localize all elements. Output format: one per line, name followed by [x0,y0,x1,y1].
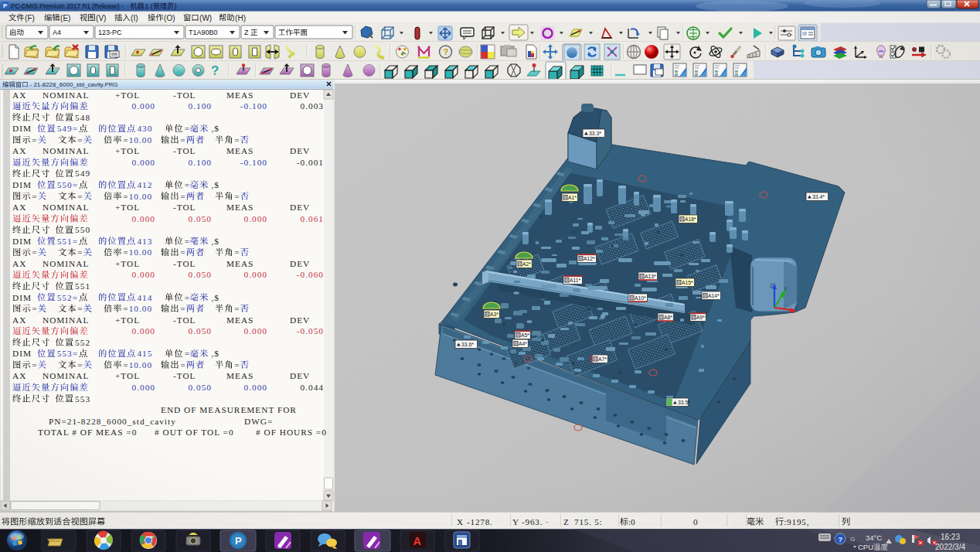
svg-text:=: = [185,349,190,358]
svg-text:A5*: A5* [521,332,529,338]
svg-text:10.00: 10.00 [129,360,152,370]
svg-text:-TOL: -TOL [173,90,196,100]
svg-text:A15*: A15* [682,280,693,285]
svg-text:33.4*: 33.4* [812,194,825,199]
svg-text:33.5*: 33.5* [678,400,690,405]
svg-text:MEAS: MEAS [226,371,254,380]
svg-text:DIM: DIM [12,293,32,302]
svg-text:430: 430 [137,124,152,133]
svg-text:553=: 553= [57,349,78,358]
svg-text:DEV: DEV [290,315,310,325]
svg-text:DIM: DIM [12,237,32,246]
svg-text:553: 553 [75,394,90,404]
svg-text:MEAS: MEAS [226,315,254,325]
svg-text:-TOL: -TOL [173,315,196,325]
svg-text:=: = [234,360,240,370]
svg-text:=: = [123,135,128,145]
svg-text:0.000: 0.000 [244,383,267,392]
svg-text:AX: AX [12,146,26,155]
svg-text:AX: AX [12,315,26,325]
svg-text:1 (: 1 ( [145,2,153,10]
svg-text:=: = [123,192,128,201]
svg-text:,$: ,$ [211,180,219,189]
svg-text:DWG=: DWG= [244,417,273,426]
svg-text:-TOL: -TOL [173,203,196,212]
svg-text:A9*: A9* [696,315,705,320]
svg-text:NOMINAL: NOMINAL [43,90,89,100]
svg-text:(V): (V) [96,14,106,22]
svg-text:AX: AX [12,259,26,268]
svg-text:NOMINAL: NOMINAL [43,146,89,155]
svg-text:TOTAL # OF MEAS =0: TOTAL # OF MEAS =0 [38,428,137,437]
svg-text:0.050: 0.050 [189,270,212,279]
svg-text:551=: 551= [57,237,78,246]
svg-text:Y: Y [784,286,788,291]
svg-text:PN=21-8228_6000_std_cavity: PN=21-8228_6000_std_cavity [49,417,176,426]
svg-text:A: A [413,535,422,547]
svg-text:=: = [32,247,37,257]
svg-text:551: 551 [75,281,90,291]
svg-text:A12*: A12* [584,256,595,261]
svg-text:0.000: 0.000 [132,326,155,336]
svg-text:A14*: A14* [708,293,720,298]
svg-text::0: :0 [628,517,635,526]
svg-text:# OF HOURS =0: # OF HOURS =0 [256,428,327,437]
svg-text:10.00: 10.00 [129,304,152,313]
svg-text:549=: 549= [57,124,78,133]
svg-text:DEV: DEV [290,146,310,155]
svg-text:A10*: A10* [635,295,646,301]
svg-text:548: 548 [75,113,90,122]
svg-text:A8*: A8* [664,315,672,320]
svg-text:,$: ,$ [211,293,219,302]
svg-text:-0.060: -0.060 [297,270,324,279]
svg-text:0.100: 0.100 [189,101,212,111]
svg-text:(W): (W) [199,14,212,22]
svg-text:=: = [32,304,37,313]
svg-text:=: = [77,135,83,145]
svg-text:(O): (O) [164,14,175,22]
svg-text:-0.050: -0.050 [297,326,324,336]
svg-text:=: = [123,304,128,313]
svg-text:MEAS: MEAS [226,90,254,100]
svg-text:=: = [234,247,240,257]
svg-text:0.000: 0.000 [132,270,155,279]
svg-text:549: 549 [75,169,90,178]
svg-text:=: = [234,135,240,145]
svg-text:A18*: A18* [685,216,696,222]
svg-text:AX: AX [12,90,26,100]
svg-text:=: = [234,192,240,201]
svg-text:0.061: 0.061 [301,214,324,223]
svg-text:=: = [180,135,185,145]
svg-text:+TOL: +TOL [115,259,140,268]
svg-text:P: P [235,535,242,547]
svg-text:0.000: 0.000 [244,270,267,279]
svg-text:10.00: 10.00 [129,135,152,145]
svg-text:10.00: 10.00 [129,247,152,257]
svg-text:NOMINAL: NOMINAL [43,315,89,325]
svg-text:552=: 552= [57,293,78,302]
svg-text:=: = [32,135,37,145]
svg-text:AX: AX [12,203,26,212]
svg-text:- 21-8228_6000_std_cavity.PRG: - 21-8228_6000_std_cavity.PRG [30,81,118,88]
svg-text:+TOL: +TOL [115,203,140,212]
svg-text:X: X [795,305,798,310]
svg-text:A4: A4 [53,29,61,36]
svg-text:G: G [850,536,855,543]
svg-text:=: = [180,192,185,201]
svg-text:-0.100: -0.100 [240,158,267,167]
svg-text:34°C: 34°C [866,533,882,542]
svg-text:DEV: DEV [290,371,310,380]
svg-text:NOMINAL: NOMINAL [43,259,89,268]
svg-text:): ) [175,2,177,10]
svg-text:X: X [457,517,463,526]
svg-text:-0.100: -0.100 [240,101,267,111]
svg-text:10.00: 10.00 [129,192,152,201]
svg-text:33.6*: 33.6* [461,342,474,347]
svg-text:A4*: A4* [519,341,527,346]
svg-text:715. 5:: 715. 5: [574,517,603,526]
svg-text:MEAS: MEAS [226,259,254,268]
svg-text:MEAS: MEAS [226,146,254,155]
svg-text:2022/3/4: 2022/3/4 [935,543,965,551]
svg-text:P: P [3,2,8,9]
svg-text:=: = [185,293,190,302]
